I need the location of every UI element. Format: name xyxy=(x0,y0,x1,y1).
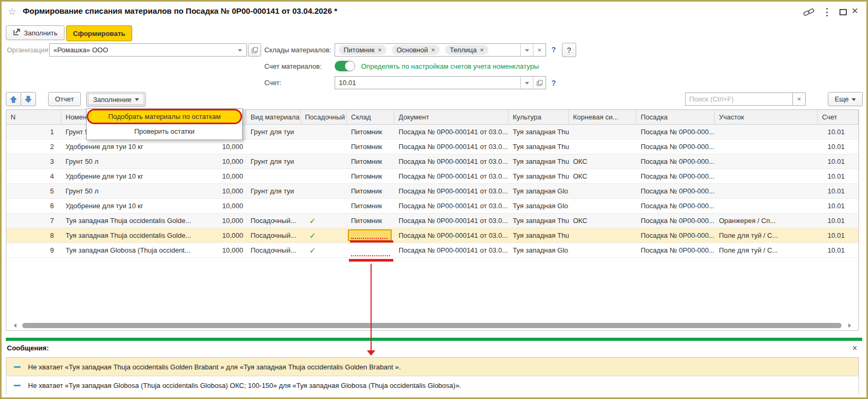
col-header-planting[interactable]: Посадочный xyxy=(301,110,347,125)
panel-splitter[interactable] xyxy=(6,338,862,341)
warehouse-tag[interactable]: Питомник× xyxy=(339,45,386,55)
materials-table: N Номенклатура Вид материала Посадочный … xyxy=(6,109,859,331)
more-menu-icon[interactable] xyxy=(826,8,828,16)
remove-tag-icon[interactable]: × xyxy=(431,46,436,54)
remove-tag-icon[interactable]: × xyxy=(378,46,382,54)
report-button[interactable]: Отчет xyxy=(48,92,81,106)
favorite-star-icon[interactable]: ☆ xyxy=(8,6,16,17)
table-row[interactable]: 2Удобрение для туи 10 кг10,000ПитомникПо… xyxy=(6,140,858,154)
help-link[interactable]: ? xyxy=(551,79,556,87)
col-header-document[interactable]: Документ xyxy=(394,110,509,125)
messages-list: Не хватает «Туя западная Thuja occidenta… xyxy=(6,357,859,395)
clear-search-icon[interactable]: × xyxy=(792,92,806,106)
chevron-down-icon[interactable] xyxy=(520,77,533,89)
col-header-n[interactable]: N xyxy=(6,110,61,125)
help-button[interactable]: ? xyxy=(562,43,576,57)
col-header-material-kind[interactable]: Вид материала xyxy=(246,110,301,125)
maximize-icon[interactable] xyxy=(839,9,847,15)
warehouses-field[interactable]: Питомник× Основной× Теплица× × xyxy=(335,43,546,57)
annotation-underline-row8 xyxy=(350,240,393,243)
table-row-selected[interactable]: 8Туя западная Thuja occidentalis Golde..… xyxy=(6,228,858,243)
fill-menu-button[interactable]: Заполнение xyxy=(86,92,146,107)
col-header-warehouse[interactable]: Склад xyxy=(347,110,394,125)
arrow-down-icon xyxy=(25,96,32,103)
link-icon[interactable] xyxy=(803,7,815,19)
move-down-button[interactable] xyxy=(21,92,36,106)
account-open-button[interactable] xyxy=(533,77,546,89)
scroll-right-icon[interactable] xyxy=(848,323,853,328)
menu-item-pick-materials[interactable]: Подобрать материалы по остаткам xyxy=(87,109,242,124)
message-dash-icon xyxy=(14,366,21,368)
generate-button[interactable]: Сформировать xyxy=(66,25,132,41)
fill-dropdown-menu: Подобрать материалы по остаткам Проверит… xyxy=(86,108,243,140)
message-item-selected[interactable]: Не хватает «Туя западная Thuja occidenta… xyxy=(6,358,858,376)
close-messages-icon[interactable]: × xyxy=(849,343,860,354)
page-title: Формирование списания материалов по Поса… xyxy=(23,6,337,15)
chevron-down-icon xyxy=(135,98,139,103)
col-header-root-system[interactable]: Корневая си... xyxy=(569,110,636,125)
chevron-down-icon[interactable] xyxy=(520,44,533,56)
missing-value-underline xyxy=(351,255,390,256)
table-row[interactable]: 5Грунт 50 л10,000Грунт для туиПитомникПо… xyxy=(6,184,858,199)
fill-button[interactable]: Заполнить xyxy=(6,25,64,40)
annotation-arrow-line xyxy=(371,264,372,350)
table-row[interactable]: 3Грунт 50 л10,000Грунт для туиПитомникПо… xyxy=(6,154,858,169)
scroll-left-icon[interactable] xyxy=(12,323,16,328)
remove-tag-icon[interactable]: × xyxy=(480,46,484,54)
messages-header: Сообщения: xyxy=(7,344,49,352)
warehouses-label: Склады материалов: xyxy=(264,46,331,54)
table-row[interactable]: 4Удобрение для туи 10 кг10,000ПитомникПо… xyxy=(6,169,858,184)
arrow-up-icon xyxy=(10,96,17,103)
col-header-account[interactable]: Счет xyxy=(818,110,858,125)
account-label: Счет: xyxy=(264,79,281,87)
organization-open-button[interactable] xyxy=(248,43,261,57)
chevron-down-icon xyxy=(852,98,856,103)
open-form-icon xyxy=(537,80,543,86)
organization-field[interactable]: «Ромашка» ООО xyxy=(49,43,247,57)
table-row[interactable]: 9Туя западная Globosa (Thuja occident...… xyxy=(6,243,858,258)
chevron-down-icon[interactable] xyxy=(234,44,246,56)
col-header-culture[interactable]: Культура xyxy=(509,110,569,125)
move-up-button[interactable] xyxy=(6,92,21,106)
open-form-icon xyxy=(252,47,258,53)
col-header-planting-doc[interactable]: Посадка xyxy=(636,110,715,125)
message-item[interactable]: Не хватает «Туя западная Globosa (Thuja … xyxy=(6,376,858,395)
help-link[interactable]: ? xyxy=(551,45,556,54)
warehouse-tag[interactable]: Основной× xyxy=(392,45,440,55)
table-row[interactable]: 6Удобрение для туи 10 кг10,000ПитомникПо… xyxy=(6,199,858,214)
message-dash-icon xyxy=(14,385,21,386)
organization-label: Организация: xyxy=(7,46,50,54)
table-row[interactable]: 7Туя западная Thuja occidentalis Golde..… xyxy=(6,214,858,228)
account-mode-label: Счет материалов: xyxy=(264,62,322,70)
close-icon[interactable]: × xyxy=(852,4,858,17)
account-mode-toggle-text: Определять по настройкам счетов учета но… xyxy=(361,62,539,70)
form-window: ☆ Формирование списания материалов по По… xyxy=(0,0,868,399)
annotation-arrow-head xyxy=(367,350,375,356)
account-mode-toggle[interactable] xyxy=(335,61,355,71)
scrollbar-thumb[interactable] xyxy=(22,323,842,328)
more-button[interactable]: Еще xyxy=(828,92,863,106)
empty-warehouse-cell[interactable] xyxy=(347,243,394,258)
search-input[interactable] xyxy=(685,92,793,106)
menu-item-check-remainders[interactable]: Проверить остатки xyxy=(87,124,242,138)
horizontal-scrollbar[interactable] xyxy=(7,322,857,329)
clear-field-icon[interactable]: × xyxy=(533,44,546,56)
missing-value-underline xyxy=(351,238,387,239)
account-field[interactable]: 10.01 xyxy=(335,76,546,89)
annotation-underline-row9 xyxy=(349,259,393,262)
col-header-plot[interactable]: Участок xyxy=(715,110,818,125)
warehouse-tag[interactable]: Теплица× xyxy=(445,45,489,55)
fill-icon xyxy=(13,28,21,38)
current-cell-frame xyxy=(348,229,392,241)
